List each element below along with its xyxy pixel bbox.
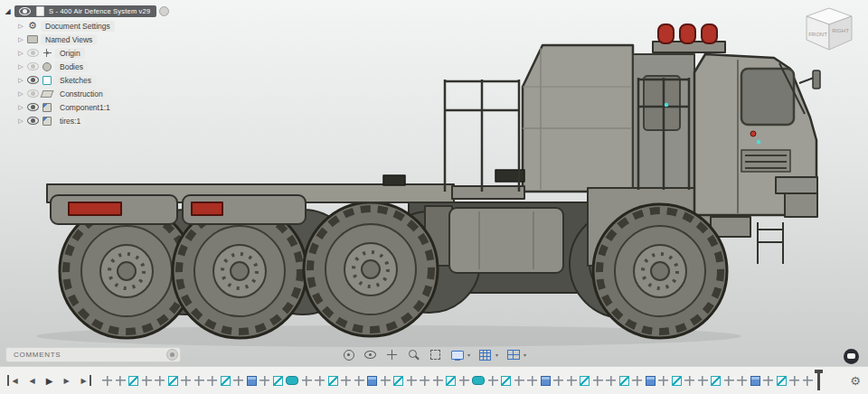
timeline-feature-move[interactable] — [142, 376, 152, 386]
timeline-settings-icon[interactable] — [850, 372, 861, 389]
viewcube-right-label[interactable]: RIGHT — [832, 28, 849, 33]
timeline-feature-move[interactable] — [527, 376, 537, 386]
timeline-feature-move[interactable] — [658, 376, 668, 386]
browser-item-label[interactable]: Document Settings — [41, 21, 115, 32]
dropdown-caret-icon[interactable]: ▾ — [467, 352, 470, 358]
visibility-eye-icon[interactable] — [27, 89, 39, 98]
orbit-icon[interactable] — [342, 349, 355, 361]
zoom-icon[interactable] — [407, 349, 420, 361]
timeline-feature-sketch[interactable] — [777, 376, 787, 386]
timeline-feature-move[interactable] — [698, 376, 708, 386]
browser-item-label[interactable]: Sketches — [55, 75, 96, 86]
timeline-feature-move[interactable] — [567, 376, 577, 386]
timeline-feature-sketch[interactable] — [711, 376, 721, 386]
visibility-eye-icon[interactable] — [27, 103, 39, 111]
timeline-feature-move[interactable] — [341, 376, 351, 386]
visibility-eye-icon[interactable] — [27, 49, 39, 57]
dropdown-caret-icon[interactable]: ▾ — [495, 352, 498, 358]
browser-item-bodies[interactable]: ▷Bodies — [17, 61, 193, 72]
viewports-icon[interactable] — [506, 349, 520, 361]
timeline-feature-move[interactable] — [102, 376, 112, 386]
browser-item-label[interactable]: Construction — [55, 89, 108, 99]
timeline-feature-sketch[interactable] — [221, 376, 231, 386]
browser-item-component1-1[interactable]: ▷Component1:1 — [17, 101, 193, 113]
timeline-feature-box[interactable] — [367, 376, 377, 386]
timeline-feature-box[interactable] — [541, 376, 551, 386]
timeline-feature-move[interactable] — [803, 376, 813, 386]
viewcube-front-label[interactable]: FRONT — [808, 32, 827, 37]
timeline-feature-move[interactable] — [737, 376, 747, 386]
browser-item-label[interactable]: Bodies — [55, 61, 88, 72]
timeline-feature-move[interactable] — [302, 376, 312, 386]
timeline-feature-move[interactable] — [381, 376, 391, 386]
dropdown-caret-icon[interactable]: ▾ — [524, 352, 526, 358]
comments-expand-icon[interactable] — [166, 349, 178, 361]
comments-bar[interactable]: COMMENTS — [5, 347, 181, 362]
timeline-feature-move[interactable] — [420, 376, 429, 386]
timeline-feature-move[interactable] — [514, 376, 524, 386]
timeline-feature-sketch[interactable] — [446, 376, 456, 386]
grid-and-snaps-icon[interactable] — [478, 349, 492, 361]
timeline-feature-move[interactable] — [724, 376, 734, 386]
timeline-feature-move[interactable] — [407, 376, 417, 386]
timeline-feature-move[interactable] — [433, 376, 443, 386]
visibility-eye-icon[interactable] — [27, 76, 39, 84]
timeline-feature-pill[interactable] — [286, 376, 298, 385]
fit-icon[interactable] — [429, 349, 442, 361]
timeline-feature-move[interactable] — [354, 376, 364, 386]
playback-step-forward-button[interactable] — [61, 375, 72, 386]
expand-arrow-icon[interactable]: ▷ — [17, 63, 24, 70]
browser-root-row[interactable]: ◢ S - 400 Air Defence System v29 — [4, 5, 193, 18]
timeline-feature-move[interactable] — [181, 376, 191, 386]
playback-skip-start-button[interactable] — [7, 375, 21, 386]
expand-arrow-icon[interactable]: ▷ — [17, 77, 24, 84]
root-component-bar[interactable]: S - 400 Air Defence System v29 — [14, 5, 156, 17]
playback-skip-end-button[interactable] — [78, 375, 91, 386]
visibility-eye-icon[interactable] — [19, 7, 31, 15]
timeline-feature-move[interactable] — [259, 376, 269, 386]
expand-arrow-icon[interactable]: ▷ — [17, 117, 24, 125]
timeline-feature-move[interactable] — [194, 376, 204, 386]
playback-step-back-button[interactable] — [26, 375, 38, 386]
timeline-feature-sketch[interactable] — [672, 376, 682, 386]
display-settings-icon[interactable] — [450, 349, 464, 361]
browser-item-label[interactable]: Named Views — [41, 34, 97, 45]
timeline-feature-move[interactable] — [315, 376, 325, 386]
expand-arrow-icon[interactable]: ▷ — [17, 23, 24, 30]
visibility-eye-icon[interactable] — [27, 62, 39, 70]
browser-item-label[interactable]: Origin — [55, 48, 85, 59]
expand-arrow-icon[interactable]: ▷ — [17, 90, 24, 98]
view-cube[interactable]: FRONT RIGHT — [797, 3, 861, 59]
browser-item-document-settings[interactable]: ▷Document Settings — [17, 20, 193, 32]
timeline-feature-sketch[interactable] — [128, 376, 138, 386]
browser-item-sketches[interactable]: ▷Sketches — [17, 74, 193, 86]
timeline-feature-move[interactable] — [459, 376, 469, 386]
expand-arrow-icon[interactable]: ▷ — [17, 50, 24, 57]
timeline-feature-sketch[interactable] — [273, 376, 283, 386]
timeline-playhead[interactable] — [817, 371, 820, 390]
timeline-feature-move[interactable] — [488, 376, 498, 386]
timeline-feature-move[interactable] — [155, 376, 165, 386]
visibility-eye-icon[interactable] — [27, 117, 39, 125]
timeline-feature-move[interactable] — [632, 376, 642, 386]
browser-item-label[interactable]: Component1:1 — [55, 102, 115, 113]
look-at-icon[interactable] — [363, 349, 377, 361]
timeline-feature-move[interactable] — [789, 376, 799, 386]
timeline-feature-move[interactable] — [684, 376, 694, 386]
timeline-feature-sketch[interactable] — [501, 376, 511, 386]
timeline-feature-box[interactable] — [247, 376, 257, 386]
timeline-feature-move[interactable] — [553, 376, 563, 386]
timeline-feature-pill[interactable] — [472, 376, 485, 385]
timeline-feature-sketch[interactable] — [168, 376, 178, 386]
timeline-feature-move[interactable] — [593, 376, 603, 386]
root-component-name[interactable]: S - 400 Air Defence System v29 — [49, 7, 150, 15]
pan-icon[interactable] — [385, 349, 399, 361]
timeline-feature-sketch[interactable] — [393, 376, 403, 386]
browser-item-label[interactable]: tires:1 — [55, 116, 85, 127]
playback-play-button[interactable] — [43, 375, 55, 386]
browser-item-origin[interactable]: ▷Origin — [17, 47, 193, 59]
timeline-feature-sketch[interactable] — [619, 376, 629, 386]
expand-arrow-icon[interactable]: ▷ — [17, 104, 24, 111]
timeline-feature-move[interactable] — [207, 376, 217, 386]
expand-arrow-icon[interactable]: ▷ — [17, 36, 24, 43]
